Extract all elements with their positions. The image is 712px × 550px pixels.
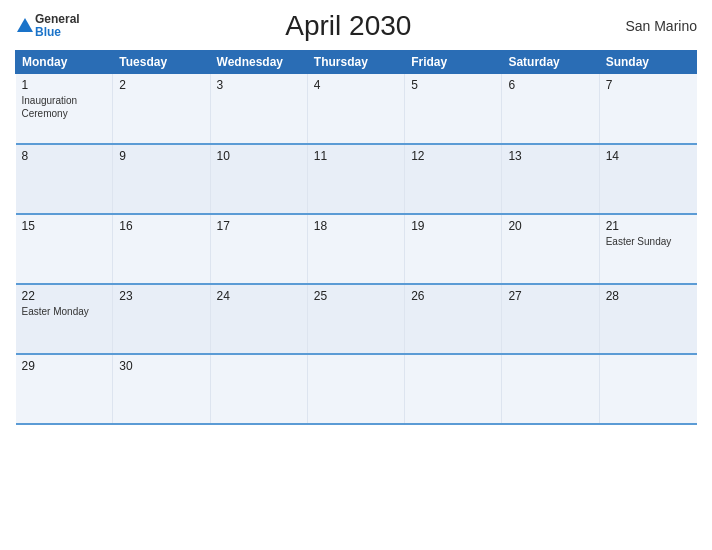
weekday-header-saturday: Saturday [502, 51, 599, 74]
calendar-cell: 21Easter Sunday [599, 214, 696, 284]
calendar-cell: 26 [405, 284, 502, 354]
day-number: 13 [508, 149, 592, 163]
day-number: 19 [411, 219, 495, 233]
calendar-event: Inauguration Ceremony [22, 95, 78, 119]
country-label: San Marino [617, 18, 697, 34]
calendar-cell: 24 [210, 284, 307, 354]
calendar-week-row: 1Inauguration Ceremony234567 [16, 74, 697, 144]
calendar-cell: 16 [113, 214, 210, 284]
page: General Blue April 2030 San Marino Monda… [0, 0, 712, 550]
day-number: 18 [314, 219, 398, 233]
day-number: 17 [217, 219, 301, 233]
calendar-cell: 2 [113, 74, 210, 144]
day-number: 11 [314, 149, 398, 163]
day-number: 12 [411, 149, 495, 163]
logo-triangle-icon [17, 18, 33, 32]
calendar-cell: 28 [599, 284, 696, 354]
day-number: 26 [411, 289, 495, 303]
day-number: 29 [22, 359, 107, 373]
day-number: 27 [508, 289, 592, 303]
calendar-cell: 29 [16, 354, 113, 424]
weekday-header-wednesday: Wednesday [210, 51, 307, 74]
logo-text: General Blue [35, 13, 80, 39]
calendar-table: MondayTuesdayWednesdayThursdayFridaySatu… [15, 50, 697, 425]
day-number: 9 [119, 149, 203, 163]
calendar-cell: 4 [307, 74, 404, 144]
day-number: 8 [22, 149, 107, 163]
calendar-cell: 15 [16, 214, 113, 284]
weekday-header-sunday: Sunday [599, 51, 696, 74]
calendar-cell: 7 [599, 74, 696, 144]
calendar-cell: 9 [113, 144, 210, 214]
calendar-cell [599, 354, 696, 424]
day-number: 23 [119, 289, 203, 303]
calendar-cell: 1Inauguration Ceremony [16, 74, 113, 144]
day-number: 1 [22, 78, 107, 92]
calendar-cell [210, 354, 307, 424]
day-number: 7 [606, 78, 691, 92]
calendar-cell: 3 [210, 74, 307, 144]
calendar-cell: 13 [502, 144, 599, 214]
day-number: 20 [508, 219, 592, 233]
weekday-header-thursday: Thursday [307, 51, 404, 74]
weekday-header-monday: Monday [16, 51, 113, 74]
day-number: 21 [606, 219, 691, 233]
calendar-cell: 23 [113, 284, 210, 354]
page-title: April 2030 [80, 10, 617, 42]
calendar-event: Easter Monday [22, 306, 89, 317]
day-number: 30 [119, 359, 203, 373]
calendar-week-row: 15161718192021Easter Sunday [16, 214, 697, 284]
day-number: 4 [314, 78, 398, 92]
calendar-cell: 30 [113, 354, 210, 424]
calendar-week-row: 891011121314 [16, 144, 697, 214]
calendar-cell: 27 [502, 284, 599, 354]
day-number: 5 [411, 78, 495, 92]
calendar-cell: 18 [307, 214, 404, 284]
calendar-cell: 22Easter Monday [16, 284, 113, 354]
calendar-cell: 20 [502, 214, 599, 284]
weekday-header-tuesday: Tuesday [113, 51, 210, 74]
logo-icon [15, 18, 33, 34]
logo: General Blue [15, 13, 80, 39]
calendar-event: Easter Sunday [606, 236, 672, 247]
calendar-week-row: 22Easter Monday232425262728 [16, 284, 697, 354]
calendar-cell [307, 354, 404, 424]
day-number: 3 [217, 78, 301, 92]
day-number: 28 [606, 289, 691, 303]
calendar-cell: 11 [307, 144, 404, 214]
day-number: 14 [606, 149, 691, 163]
calendar-cell: 8 [16, 144, 113, 214]
calendar-cell: 14 [599, 144, 696, 214]
calendar-cell: 6 [502, 74, 599, 144]
day-number: 24 [217, 289, 301, 303]
calendar-cell: 19 [405, 214, 502, 284]
header: General Blue April 2030 San Marino [15, 10, 697, 42]
calendar-cell [405, 354, 502, 424]
day-number: 2 [119, 78, 203, 92]
day-number: 22 [22, 289, 107, 303]
calendar-week-row: 2930 [16, 354, 697, 424]
calendar-cell: 25 [307, 284, 404, 354]
calendar-cell: 12 [405, 144, 502, 214]
calendar-cell: 10 [210, 144, 307, 214]
calendar-cell [502, 354, 599, 424]
day-number: 15 [22, 219, 107, 233]
calendar-cell: 5 [405, 74, 502, 144]
day-number: 10 [217, 149, 301, 163]
calendar-cell: 17 [210, 214, 307, 284]
calendar-header-row: MondayTuesdayWednesdayThursdayFridaySatu… [16, 51, 697, 74]
day-number: 25 [314, 289, 398, 303]
weekday-header-friday: Friday [405, 51, 502, 74]
day-number: 6 [508, 78, 592, 92]
day-number: 16 [119, 219, 203, 233]
logo-blue: Blue [35, 26, 80, 39]
